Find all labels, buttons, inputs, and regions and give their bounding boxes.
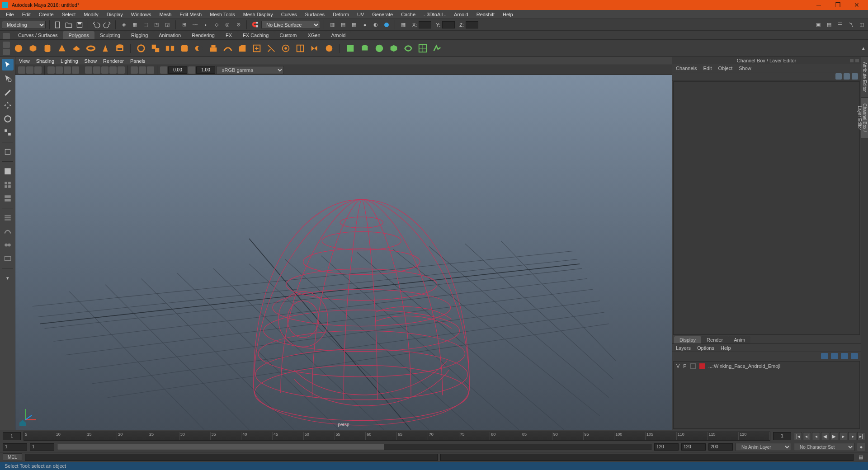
- undo-icon[interactable]: [92, 20, 101, 29]
- poly-separate-icon[interactable]: [164, 42, 176, 54]
- shaded-icon[interactable]: ●: [360, 20, 369, 29]
- panel-menu-panels[interactable]: Panels: [130, 58, 146, 64]
- step-back-icon[interactable]: ◂: [812, 432, 820, 440]
- graph-toggle-icon[interactable]: [2, 226, 14, 237]
- snap-plane-icon[interactable]: ◇: [212, 20, 221, 29]
- coord-y-input[interactable]: [442, 21, 455, 28]
- shelf-tab-arnold[interactable]: Arnold: [326, 31, 351, 39]
- select-mask-icon[interactable]: ▦: [130, 20, 139, 29]
- poly-booleans-icon[interactable]: [193, 42, 205, 54]
- menu-curves[interactable]: Curves: [277, 11, 301, 18]
- renderview-toggle-icon[interactable]: [2, 253, 14, 264]
- render-view-icon[interactable]: ▣: [814, 20, 823, 29]
- character-set-dropdown[interactable]: No Character Set: [794, 443, 854, 451]
- menu-mesh-tools[interactable]: Mesh Tools: [206, 11, 239, 18]
- shelf-tab-rendering[interactable]: Rendering: [186, 31, 220, 39]
- shelf-tab-sculpting[interactable]: Sculpting: [94, 31, 126, 39]
- timeline-current-frame[interactable]: 1: [3, 432, 21, 440]
- isolate-icon[interactable]: ▥: [328, 20, 337, 29]
- gamma-icon[interactable]: [188, 66, 195, 74]
- uv-planar-icon[interactable]: [344, 42, 356, 54]
- hypershade-toggle-icon[interactable]: [2, 239, 14, 251]
- uv-auto-icon[interactable]: [388, 42, 400, 54]
- uv-unfold-icon[interactable]: [431, 42, 443, 54]
- hypershade-icon[interactable]: ▤: [825, 20, 834, 29]
- shelf-tab-polygons[interactable]: Polygons: [63, 31, 94, 39]
- select-mode-icon[interactable]: ◈: [119, 20, 128, 29]
- layer-icon-3[interactable]: [841, 353, 848, 359]
- shelf-expand-icon[interactable]: ▴: [859, 44, 868, 53]
- panel-menu-renderer[interactable]: Renderer: [103, 58, 124, 64]
- window-maximize-button[interactable]: ❐: [828, 0, 847, 10]
- layer-tab-render[interactable]: Render: [701, 336, 728, 343]
- poly-target-weld-icon[interactable]: [280, 42, 292, 54]
- poly-type-icon[interactable]: [135, 42, 147, 54]
- menu-deform[interactable]: Deform: [329, 11, 353, 18]
- time-slider[interactable]: 1 51015202530354045505560657075808590951…: [0, 430, 868, 442]
- layer-icon-1[interactable]: [821, 353, 828, 359]
- select-tool-icon[interactable]: [2, 59, 14, 70]
- shelf-tab-custom[interactable]: Custom: [274, 31, 302, 39]
- layer-color-swatch[interactable]: [699, 363, 705, 369]
- cb-menu-show[interactable]: Show: [739, 66, 751, 71]
- range-end[interactable]: 120: [681, 443, 706, 451]
- live-surface-dropdown[interactable]: No Live Surface: [261, 21, 320, 29]
- gamma-value[interactable]: 1.00: [196, 66, 215, 74]
- poly-combine-icon[interactable]: [150, 42, 161, 54]
- shelf-tab-rigging[interactable]: Rigging: [126, 31, 153, 39]
- menu-mesh-display[interactable]: Mesh Display: [239, 11, 277, 18]
- coord-z-input[interactable]: [466, 21, 478, 28]
- poly-bevel-icon[interactable]: [236, 42, 248, 54]
- side-tab-channel-box-layer-editor[interactable]: Channel Box / Layer Editor: [861, 98, 868, 138]
- wireframe-icon[interactable]: ▦: [349, 20, 359, 29]
- poly-multicut-icon[interactable]: [265, 42, 277, 54]
- gate-mask-icon[interactable]: [72, 66, 79, 74]
- film-gate-icon[interactable]: [56, 66, 63, 74]
- layer-tab-display[interactable]: Display: [674, 336, 701, 343]
- step-fwd-icon[interactable]: ▸: [839, 432, 847, 440]
- menu-redshift[interactable]: Redshift: [472, 11, 499, 18]
- outliner-toggle-icon[interactable]: [2, 212, 14, 224]
- uv-editor-icon[interactable]: [417, 42, 429, 54]
- range-start[interactable]: 1: [3, 443, 27, 451]
- poly-torus-icon[interactable]: [85, 42, 97, 54]
- poly-prism-icon[interactable]: [99, 42, 111, 54]
- lights-icon[interactable]: [382, 20, 391, 29]
- layer-visibility[interactable]: V: [676, 363, 679, 369]
- layout-icon[interactable]: ◫: [857, 20, 866, 29]
- menu-create[interactable]: Create: [35, 11, 58, 18]
- uv-cylindrical-icon[interactable]: [359, 42, 371, 54]
- layer-menu-options[interactable]: Options: [697, 345, 714, 351]
- poly-append-icon[interactable]: [251, 42, 263, 54]
- select-hierarchy-icon[interactable]: ⬚: [141, 20, 150, 29]
- workspace-dropdown[interactable]: Modeling: [2, 21, 46, 29]
- layout-four-icon[interactable]: [2, 179, 14, 191]
- exposure-icon[interactable]: [160, 66, 167, 74]
- cb-menu-object[interactable]: Object: [718, 66, 732, 71]
- shelf-tab-curves-surfaces[interactable]: Curves / Surfaces: [13, 31, 63, 39]
- grid-toggle-icon[interactable]: ▦: [399, 20, 408, 29]
- poly-sculpt-icon[interactable]: [323, 42, 335, 54]
- cb-icon-2[interactable]: [844, 73, 850, 80]
- window-minimize-button[interactable]: ─: [809, 0, 828, 10]
- paint-select-tool-icon[interactable]: [2, 86, 14, 98]
- autokey-icon[interactable]: ●: [857, 443, 865, 451]
- poly-cylinder-icon[interactable]: [42, 42, 53, 54]
- scale-tool-icon[interactable]: [2, 127, 14, 138]
- last-tool-icon[interactable]: [2, 146, 14, 158]
- graph-editor-icon[interactable]: 〽: [846, 20, 855, 29]
- layer-template-box[interactable]: [690, 363, 696, 369]
- menu-file[interactable]: File: [2, 11, 18, 18]
- menu-surfaces[interactable]: Surfaces: [301, 11, 329, 18]
- open-scene-icon[interactable]: [64, 20, 73, 29]
- redo-icon[interactable]: [103, 20, 112, 29]
- layout-two-h-icon[interactable]: [2, 193, 14, 204]
- command-input[interactable]: [25, 454, 438, 461]
- cb-icon-3[interactable]: [852, 73, 858, 80]
- menu-edit-mesh[interactable]: Edit Mesh: [175, 11, 206, 18]
- layer-tab-anim[interactable]: Anim: [728, 336, 750, 343]
- layer-menu-help[interactable]: Help: [721, 345, 731, 351]
- snap-point-icon[interactable]: •: [201, 20, 210, 29]
- poly-sphere-icon[interactable]: [13, 42, 24, 54]
- shaded-display-icon[interactable]: [93, 66, 100, 74]
